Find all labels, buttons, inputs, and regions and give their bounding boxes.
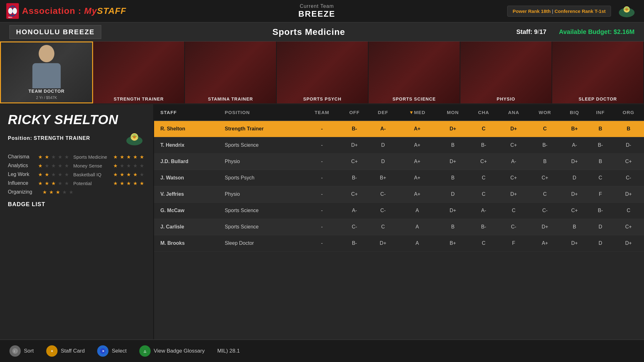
cell-1-team: - bbox=[304, 137, 340, 153]
svg-text:✦: ✦ bbox=[51, 349, 53, 353]
col-header-biq[interactable]: BIQ bbox=[561, 104, 588, 121]
card-label-strength_trainer: STRENGTH TRAINER bbox=[114, 95, 164, 103]
section-title: Sports Medicine bbox=[101, 27, 516, 37]
svg-text:↕: ↕ bbox=[14, 349, 15, 353]
card-label-sports_science: SPORTS SCIENCE bbox=[392, 95, 436, 103]
stat-label-0: Charisma bbox=[8, 154, 35, 160]
left-panel: RICKY SHELTON Position: STRENGTH TRAINER bbox=[0, 104, 154, 339]
cell-4-ana: D+ bbox=[499, 186, 529, 202]
staff-card-strength_trainer[interactable]: STRENGTH TRAINER bbox=[93, 41, 185, 103]
col-header-cha[interactable]: CHA bbox=[469, 104, 499, 121]
cell-2-name: J.D. Bullard bbox=[154, 153, 222, 170]
svg-text:NBA: NBA bbox=[8, 16, 13, 18]
cell-5-ana: C bbox=[499, 202, 529, 219]
cell-7-ana: F bbox=[499, 235, 529, 251]
cell-3-biq: D bbox=[561, 170, 588, 186]
star-filled-icon: ★ bbox=[49, 189, 55, 195]
col-header-position[interactable]: POSITION bbox=[222, 104, 304, 121]
staff-card-sports_psych[interactable]: SPORTS PSYCH bbox=[277, 41, 369, 103]
cell-0-position: Strength Trainer bbox=[222, 121, 304, 137]
team-logo-small bbox=[123, 129, 145, 148]
col-header-staff[interactable]: STAFF bbox=[154, 104, 222, 121]
cell-5-org: C bbox=[613, 202, 644, 219]
table-row[interactable]: J.D. BullardPhysio-C+DA+D+C+A-BD+BC+ bbox=[154, 153, 644, 170]
star-empty-icon: ★ bbox=[69, 189, 75, 195]
stat-secondary-stars-1: ★★★★★ bbox=[113, 163, 145, 168]
select-icon: ✕ bbox=[97, 345, 108, 357]
table-row[interactable]: R. SheltonStrength Trainer-B-A-A+D+CD+CB… bbox=[154, 121, 644, 137]
budget-value: $2.16M bbox=[613, 28, 635, 35]
cell-1-med: A+ bbox=[397, 137, 437, 153]
card-label-stamina_trainer: STAMINA TRAINER bbox=[208, 95, 253, 103]
star-empty-icon: ★ bbox=[51, 154, 57, 160]
col-header-wor[interactable]: WOR bbox=[529, 104, 561, 121]
staff-card-stamina_trainer[interactable]: STAMINA TRAINER bbox=[185, 41, 277, 103]
cell-0-mon: D+ bbox=[437, 121, 469, 137]
staff-card-physio[interactable]: PHYSIO bbox=[460, 41, 552, 103]
position-label: Position: bbox=[8, 135, 32, 141]
cell-5-cha: A- bbox=[469, 202, 499, 219]
table-row[interactable]: M. BrooksSleep Doctor-B-D+AB+CFA+D+DD+ bbox=[154, 235, 644, 251]
staff-card-button[interactable]: ✦ Staff Card bbox=[46, 345, 85, 357]
col-header-def[interactable]: DEF bbox=[369, 104, 397, 121]
badge-glossary-label: View Badge Glossary bbox=[154, 348, 205, 354]
svg-text:✕: ✕ bbox=[102, 349, 104, 353]
card-label-sports_psych: SPORTS PSYCH bbox=[303, 95, 341, 103]
position-value: STRENGTH TRAINER bbox=[34, 135, 90, 141]
bottom-bar: ↕ Sort ✦ Staff Card ✕ Select △ View Badg… bbox=[0, 339, 644, 362]
badge-glossary-button[interactable]: △ View Badge Glossary bbox=[139, 345, 205, 357]
sort-button[interactable]: ↕ Sort bbox=[9, 345, 34, 357]
card-label-physio: PHYSIO bbox=[497, 95, 515, 103]
star-filled-icon: ★ bbox=[126, 154, 132, 160]
star-empty-icon: ★ bbox=[120, 163, 125, 168]
staff-card-sports_science[interactable]: SPORTS SCIENCE bbox=[369, 41, 460, 103]
player-name: RICKY SHELTON bbox=[8, 112, 145, 127]
cell-2-org: C+ bbox=[613, 153, 644, 170]
staff-max: 17 bbox=[539, 28, 546, 35]
cell-7-mon: B+ bbox=[437, 235, 469, 251]
stat-stars-2: ★★★★★ bbox=[38, 172, 70, 177]
cell-1-ana: C+ bbox=[499, 137, 529, 153]
cell-0-off: B- bbox=[340, 121, 369, 137]
cell-0-biq: B+ bbox=[561, 121, 588, 137]
cell-3-off: B- bbox=[340, 170, 369, 186]
table-row[interactable]: J. WatsonSports Psych-B-B+A+BCC+C+DCC- bbox=[154, 170, 644, 186]
staff-card-team_doctor[interactable]: TEAM DOCTOR2 Yr / $547K bbox=[0, 41, 93, 103]
col-header-med[interactable]: ▼MED bbox=[397, 104, 437, 121]
cell-3-def: B+ bbox=[369, 170, 397, 186]
nav-my-staff: MySTAFF bbox=[84, 6, 126, 16]
cell-6-position: Sports Science bbox=[222, 219, 304, 235]
card-label-team_doctor: TEAM DOCTOR bbox=[29, 87, 65, 96]
col-header-org[interactable]: ORG bbox=[613, 104, 644, 121]
cell-7-wor: A+ bbox=[529, 235, 561, 251]
right-panel[interactable]: STAFFPOSITIONTEAMOFFDEF▼MEDMONCHAANAWORB… bbox=[154, 104, 644, 339]
col-header-inf[interactable]: INF bbox=[588, 104, 613, 121]
player-position: Position: STRENGTH TRAINER bbox=[8, 135, 90, 141]
star-filled-icon: ★ bbox=[42, 189, 48, 195]
table-row[interactable]: T. HendrixSports Science-D+DA+BB-C+B-A-B… bbox=[154, 137, 644, 153]
cell-4-team: - bbox=[304, 186, 340, 202]
col-header-off[interactable]: OFF bbox=[340, 104, 369, 121]
cell-0-med: A+ bbox=[397, 121, 437, 137]
current-team-name: BREEZE bbox=[298, 9, 335, 19]
cell-3-inf: C bbox=[588, 170, 613, 186]
col-header-mon[interactable]: MON bbox=[437, 104, 469, 121]
star-filled-icon: ★ bbox=[120, 172, 125, 177]
star-empty-icon: ★ bbox=[126, 163, 132, 168]
table-row[interactable]: J. CarlisleSports Science-C-CABB-C-D+BDC… bbox=[154, 219, 644, 235]
staff-card-sleep_doctor[interactable]: SLEEP DOCTOR bbox=[552, 41, 644, 103]
star-filled-icon: ★ bbox=[113, 180, 119, 186]
cell-0-ana: D+ bbox=[499, 121, 529, 137]
cell-5-def: C- bbox=[369, 202, 397, 219]
nav-center: Current Team BREEZE bbox=[126, 3, 508, 19]
select-button[interactable]: ✕ Select bbox=[97, 345, 126, 357]
cell-0-inf: B bbox=[588, 121, 613, 137]
cell-3-med: A+ bbox=[397, 170, 437, 186]
col-header-ana[interactable]: ANA bbox=[499, 104, 529, 121]
table-row[interactable]: G. McCawSports Science-A-C-AD+A-CC-C+B-C bbox=[154, 202, 644, 219]
cell-7-name: M. Brooks bbox=[154, 235, 222, 251]
staff-card-label: Staff Card bbox=[61, 348, 85, 354]
cell-6-ana: C- bbox=[499, 219, 529, 235]
col-header-team[interactable]: TEAM bbox=[304, 104, 340, 121]
table-row[interactable]: V. JeffriesPhysio-C+C-A+DCD+CD+FD+ bbox=[154, 186, 644, 202]
